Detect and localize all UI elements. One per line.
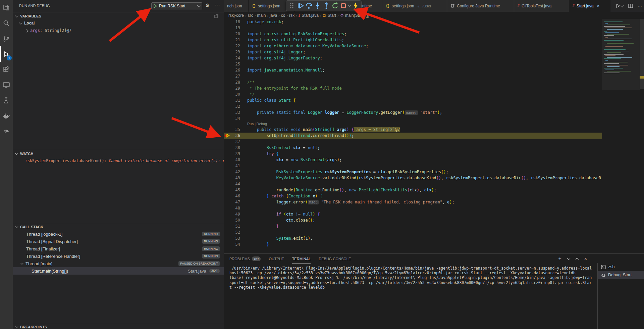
more-actions-icon[interactable]: ···	[215, 2, 220, 7]
line-number[interactable]: 28	[224, 79, 247, 85]
continue-icon[interactable]	[297, 2, 304, 10]
collapse-all-icon[interactable]	[214, 14, 218, 18]
line-number[interactable]: 23	[224, 49, 247, 55]
line-number[interactable]: 33	[224, 109, 247, 115]
maximize-panel-icon[interactable]	[575, 258, 579, 261]
line-number[interactable]: 49	[224, 211, 247, 217]
line-number[interactable]: 32	[224, 103, 247, 109]
scrollbar-slider[interactable]	[640, 19, 644, 89]
line-number[interactable]: 42	[224, 169, 247, 175]
line-number[interactable]: 50	[224, 217, 247, 223]
editor-scrollbar[interactable]	[640, 19, 644, 253]
call-stack-thread-row[interactable]: Thread [Signal Dispatcher]RUNNING	[13, 238, 224, 245]
breadcrumb-item[interactable]: co	[281, 13, 285, 18]
line-number[interactable]: 29	[224, 85, 247, 91]
line-number[interactable]: 22	[224, 43, 247, 49]
editor-tab-settings-json[interactable]: {}settings.json~/.../User	[382, 0, 447, 12]
line-number[interactable]: 44	[224, 181, 247, 187]
line-number[interactable]: 39	[224, 151, 247, 157]
breadcrumb-item[interactable]: main	[257, 13, 266, 18]
line-number[interactable]: 41	[224, 163, 247, 169]
line-number[interactable]: 53	[224, 235, 247, 241]
editor-tab-clitoolstest-java[interactable]: JCliToolsTest.java	[514, 0, 569, 12]
breakpoints-section-header[interactable]: BREAKPOINTS	[13, 323, 224, 329]
line-number[interactable]: 20	[224, 31, 247, 37]
breadcrumb-class[interactable]: Start	[328, 13, 336, 18]
variable-args-row[interactable]: args: String[2]@7	[13, 27, 224, 34]
close-icon[interactable]: ×	[597, 3, 600, 8]
line-number[interactable]: 52	[224, 229, 247, 235]
stop-icon[interactable]	[340, 2, 347, 10]
line-number[interactable]: 27	[224, 73, 247, 79]
hot-code-replace-icon[interactable]	[352, 2, 359, 10]
line-number[interactable]: 18	[224, 19, 247, 25]
stop-chevron-icon[interactable]	[348, 4, 351, 7]
breadcrumb-item[interactable]: rsk	[289, 13, 294, 18]
terminal-dropdown-icon[interactable]	[567, 257, 570, 260]
line-number[interactable]: 47	[224, 199, 247, 205]
call-stack-thread-row[interactable]: Thread [Finalizer]RUNNING	[13, 245, 224, 252]
line-number[interactable]: 51	[224, 223, 247, 229]
editor-tab-configure-java-runtime[interactable]: Configure Java Runtime	[447, 0, 514, 12]
terminal-session-zsh[interactable]: zsh	[598, 263, 644, 271]
line-number[interactable]: 37	[224, 139, 247, 145]
step-into-icon[interactable]	[314, 2, 321, 10]
line-number[interactable]: 48	[224, 205, 247, 211]
gear-icon[interactable]: ⚙	[205, 3, 210, 8]
minimap[interactable]	[602, 19, 640, 253]
watch-section-header[interactable]: WATCH	[13, 150, 224, 157]
run-config-dropdown[interactable]: Run RSK Start	[151, 2, 202, 9]
activity-item-gradle[interactable]	[0, 124, 13, 139]
editor-tab-nch-json[interactable]: nch.json	[224, 0, 249, 12]
activity-item-source-control[interactable]	[0, 31, 13, 46]
activity-item-explorer[interactable]	[0, 0, 13, 15]
line-number[interactable]: 43	[224, 175, 247, 181]
line-number[interactable]: 38	[224, 145, 247, 151]
terminal-output[interactable]: /usr/bin/env /Library/Internet\ Plug-Ins…	[229, 266, 595, 290]
line-number[interactable]: 30	[224, 91, 247, 97]
variables-scope-local[interactable]: Local	[13, 19, 224, 27]
line-number[interactable]: 24	[224, 55, 247, 61]
breadcrumb-method[interactable]: main(String[])	[345, 13, 369, 18]
codelens-run-debug[interactable]: Run | Debug	[224, 122, 602, 127]
line-number[interactable]: 31	[224, 97, 247, 103]
breadcrumb[interactable]: rskj-core›src›main›java›co›rsk›JStart.ja…	[224, 12, 644, 19]
call-stack-thread-row[interactable]: Thread [logback-1]RUNNING	[13, 230, 224, 238]
line-number[interactable]: 35	[224, 127, 247, 133]
line-number[interactable]: 34	[224, 115, 247, 122]
watch-expression-row[interactable]: rskSystemProperties.databaseKind(): Cann…	[13, 157, 224, 164]
new-terminal-icon[interactable]: +	[558, 256, 561, 262]
breadcrumb-item[interactable]: src	[248, 13, 253, 18]
line-number[interactable]: 25	[224, 61, 247, 67]
call-stack-section-header[interactable]: CALL STACK	[13, 223, 224, 230]
close-panel-icon[interactable]: ×	[584, 256, 587, 262]
stack-frame-row[interactable]: Start.main(String[])Start.java36:1	[13, 267, 224, 275]
panel-tab-debug-console[interactable]: DEBUG CONSOLE	[319, 254, 351, 264]
activity-item-search[interactable]	[0, 15, 13, 31]
variables-section-header[interactable]: VARIABLES	[13, 12, 224, 19]
breadcrumb-item[interactable]: rskj-core	[228, 13, 244, 18]
drag-handle-icon[interactable]	[288, 2, 296, 10]
panel-tab-problems[interactable]: PROBLEMS1K+	[229, 254, 261, 264]
line-number[interactable]: 54	[224, 241, 247, 247]
split-editor-icon[interactable]	[628, 4, 633, 8]
breadcrumb-file[interactable]: Start.java	[302, 13, 319, 18]
step-out-icon[interactable]	[323, 2, 330, 10]
line-number[interactable]: 19	[224, 25, 247, 31]
line-number[interactable]: 46	[224, 193, 247, 199]
terminal-session-debug-start[interactable]: Debug: Start	[598, 271, 644, 279]
breadcrumb-item[interactable]: java	[270, 13, 277, 18]
activity-item-remote-explorer[interactable]	[0, 77, 13, 93]
run-java-button[interactable]	[616, 4, 624, 8]
code-editor[interactable]: 18package co.rsk;1920import co.rsk.confi…	[224, 19, 602, 253]
restart-icon[interactable]	[331, 2, 339, 10]
line-number[interactable]: 40	[224, 157, 247, 163]
call-stack-thread-row[interactable]: Thread [Reference Handler]RUNNING	[13, 252, 224, 260]
line-number[interactable]: 45	[224, 187, 247, 193]
panel-tab-output[interactable]: OUTPUT	[269, 254, 284, 264]
more-actions-icon[interactable]: ···	[638, 3, 642, 8]
call-stack-thread-row[interactable]: Thread [main]PAUSED ON BREAKPOINT	[13, 260, 224, 267]
activity-item-docker[interactable]	[0, 108, 13, 124]
panel-tab-terminal[interactable]: TERMINAL	[292, 254, 311, 264]
line-number[interactable]: 21	[224, 37, 247, 43]
